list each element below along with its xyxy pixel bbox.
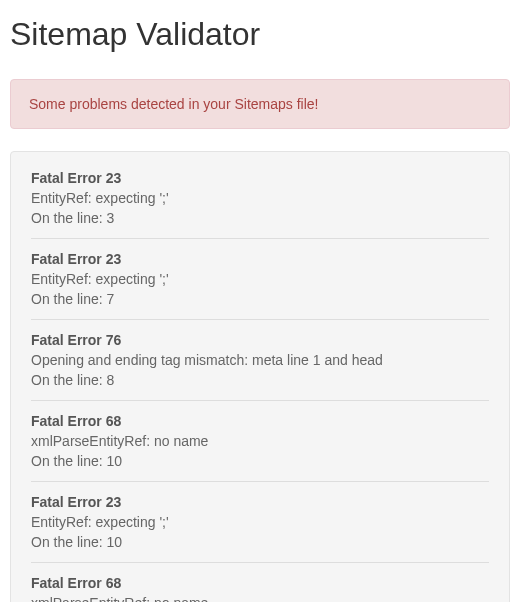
errors-panel: Fatal Error 23 EntityRef: expecting ';' … (10, 151, 510, 602)
error-message: EntityRef: expecting ';' (31, 190, 489, 206)
error-line: On the line: 10 (31, 534, 489, 550)
error-message: EntityRef: expecting ';' (31, 514, 489, 530)
error-header: Fatal Error 68 (31, 575, 489, 591)
error-item: Fatal Error 68 xmlParseEntityRef: no nam… (31, 413, 489, 482)
error-item: Fatal Error 76 Opening and ending tag mi… (31, 332, 489, 401)
error-message: Opening and ending tag mismatch: meta li… (31, 352, 489, 368)
error-item: Fatal Error 23 EntityRef: expecting ';' … (31, 494, 489, 563)
alert-error: Some problems detected in your Sitemaps … (10, 79, 510, 129)
error-line: On the line: 10 (31, 453, 489, 469)
error-message: xmlParseEntityRef: no name (31, 433, 489, 449)
error-line: On the line: 3 (31, 210, 489, 226)
error-line: On the line: 7 (31, 291, 489, 307)
error-line: On the line: 8 (31, 372, 489, 388)
error-message: xmlParseEntityRef: no name (31, 595, 489, 602)
error-header: Fatal Error 68 (31, 413, 489, 429)
error-item: Fatal Error 68 xmlParseEntityRef: no nam… (31, 575, 489, 602)
page-title: Sitemap Validator (10, 16, 510, 53)
error-item: Fatal Error 23 EntityRef: expecting ';' … (31, 170, 489, 239)
error-header: Fatal Error 23 (31, 251, 489, 267)
error-header: Fatal Error 76 (31, 332, 489, 348)
error-item: Fatal Error 23 EntityRef: expecting ';' … (31, 251, 489, 320)
error-header: Fatal Error 23 (31, 494, 489, 510)
error-header: Fatal Error 23 (31, 170, 489, 186)
error-message: EntityRef: expecting ';' (31, 271, 489, 287)
